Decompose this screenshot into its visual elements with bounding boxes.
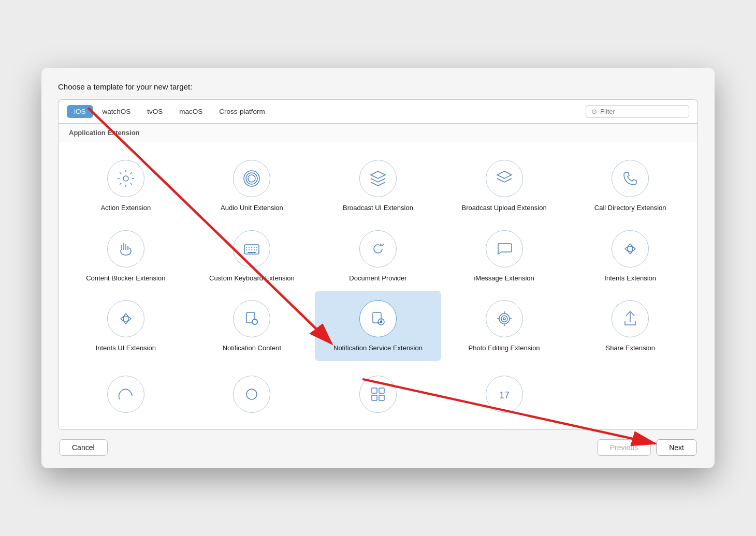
intents-extension-label: Intents Extension bbox=[604, 274, 656, 283]
svg-text:17: 17 bbox=[499, 390, 510, 400]
svg-point-22 bbox=[499, 314, 510, 324]
svg-point-24 bbox=[503, 318, 505, 320]
broadcast-ui-extension-label: Broadcast UI Extension bbox=[343, 203, 413, 213]
content-area: Application Extension Action Extension bbox=[58, 123, 698, 430]
filter-container: ⊙ bbox=[586, 105, 689, 118]
grid-item-custom-keyboard-extension[interactable]: Custom Keyboard Extension bbox=[189, 221, 315, 291]
section-header: Application Extension bbox=[59, 124, 697, 142]
next-button[interactable]: Next bbox=[656, 439, 697, 456]
svg-point-1 bbox=[248, 175, 255, 182]
keyboard-icon bbox=[242, 240, 261, 258]
broadcast-upload-extension-label: Broadcast Upload Extension bbox=[462, 203, 547, 213]
partial-icon-4: 17 bbox=[486, 376, 523, 413]
partial-icon-2 bbox=[233, 376, 270, 413]
call-directory-icon-circle bbox=[612, 160, 649, 197]
document-provider-label: Document Provider bbox=[349, 274, 406, 283]
imessage-icon-circle bbox=[486, 230, 523, 267]
grid-item-call-directory-extension[interactable]: Call Directory Extension bbox=[567, 151, 693, 221]
grid-item-share-extension[interactable]: Share Extension bbox=[567, 291, 693, 361]
cancel-button[interactable]: Cancel bbox=[59, 439, 108, 456]
audio-unit-extension-label: Audio Unit Extension bbox=[221, 203, 283, 213]
grid-item-broadcast-ui-extension[interactable]: Broadcast UI Extension bbox=[315, 151, 441, 221]
photo-editing-extension-label: Photo Editing Extension bbox=[469, 344, 540, 353]
grid-item-imessage-extension[interactable]: iMessage Extension bbox=[441, 221, 568, 291]
custom-keyboard-icon-circle bbox=[233, 230, 270, 267]
notification-service-extension-label: Notification Service Extension bbox=[333, 344, 423, 353]
partial-arc-icon bbox=[117, 385, 135, 404]
hand-icon bbox=[117, 240, 135, 258]
bottom-bar: Cancel Previous Next bbox=[58, 439, 698, 456]
svg-rect-33 bbox=[379, 395, 384, 400]
tab-bar: iOS watchOS tvOS macOS Cross-platform ⊙ bbox=[58, 99, 698, 123]
broadcast-upload-icon-circle bbox=[486, 160, 523, 197]
grid-item-audio-unit-extension[interactable]: Audio Unit Extension bbox=[189, 151, 315, 221]
partial-icon-1 bbox=[107, 376, 144, 413]
partial-grid-icon bbox=[369, 385, 387, 404]
notif-content-icon bbox=[242, 309, 261, 328]
notification-content-label: Notification Content bbox=[223, 344, 281, 353]
grid-item-intents-extension[interactable]: Intents Extension bbox=[567, 221, 693, 291]
photo-editing-icon-circle bbox=[486, 300, 523, 337]
intents-icon bbox=[621, 240, 639, 258]
extensions-grid: Action Extension Audio Unit Extension bbox=[59, 142, 697, 369]
partial-items-row: 17 bbox=[59, 369, 697, 429]
custom-keyboard-extension-label: Custom Keyboard Extension bbox=[209, 274, 295, 283]
grid-item-notification-content[interactable]: Notification Content bbox=[189, 291, 315, 361]
tab-ios[interactable]: iOS bbox=[67, 105, 93, 118]
partial-icon-3 bbox=[359, 376, 397, 413]
notification-service-icon-circle bbox=[359, 300, 397, 337]
content-blocker-icon-circle bbox=[107, 230, 144, 267]
grid-item-content-blocker-extension[interactable]: Content Blocker Extension bbox=[63, 221, 189, 291]
broadcast-ui-icon-circle bbox=[359, 160, 397, 197]
notification-content-icon-circle bbox=[233, 300, 270, 337]
grid-item-document-provider[interactable]: Document Provider bbox=[315, 221, 441, 291]
intents-ui-icon-circle bbox=[107, 300, 144, 337]
svg-point-29 bbox=[246, 389, 257, 399]
photo-edit-icon bbox=[495, 309, 514, 328]
intents-ui-extension-label: Intents UI Extension bbox=[96, 344, 156, 353]
share-extension-label: Share Extension bbox=[605, 344, 655, 353]
filter-icon: ⊙ bbox=[591, 108, 597, 115]
partial-item-1[interactable] bbox=[63, 369, 189, 425]
tab-crossplatform[interactable]: Cross-platform bbox=[212, 105, 272, 118]
grid-item-intents-ui-extension[interactable]: Intents UI Extension bbox=[63, 291, 189, 361]
intents-icon-circle bbox=[612, 230, 649, 267]
waves-icon bbox=[242, 169, 261, 188]
grid-item-broadcast-upload-extension[interactable]: Broadcast Upload Extension bbox=[441, 151, 568, 221]
share-extension-icon-circle bbox=[612, 300, 649, 337]
dialog-title: Choose a template for your new target: bbox=[58, 82, 698, 91]
layers2-icon bbox=[495, 169, 514, 188]
svg-rect-31 bbox=[379, 388, 384, 393]
button-group-right: Previous Next bbox=[597, 439, 697, 456]
partial-item-3[interactable] bbox=[315, 369, 441, 425]
refresh-icon bbox=[369, 240, 387, 258]
audio-unit-icon-circle bbox=[233, 160, 270, 197]
intents-ui-icon bbox=[117, 309, 135, 328]
grid-item-action-extension[interactable]: Action Extension bbox=[63, 151, 189, 221]
share-icon bbox=[621, 309, 639, 328]
imessage-extension-label: iMessage Extension bbox=[474, 274, 534, 283]
svg-point-0 bbox=[123, 176, 128, 181]
partial-item-4[interactable]: 17 bbox=[441, 369, 568, 425]
call-directory-extension-label: Call Directory Extension bbox=[594, 203, 666, 213]
action-extension-label: Action Extension bbox=[100, 203, 151, 213]
template-dialog: Choose a template for your new target: i… bbox=[41, 68, 715, 468]
tab-tvos[interactable]: tvOS bbox=[140, 105, 170, 118]
filter-input[interactable] bbox=[600, 108, 673, 115]
svg-point-23 bbox=[501, 316, 507, 322]
previous-button[interactable]: Previous bbox=[597, 439, 651, 456]
partial-num-icon: 17 bbox=[495, 385, 514, 404]
grid-item-photo-editing-extension[interactable]: Photo Editing Extension bbox=[441, 291, 568, 361]
tab-macos[interactable]: macOS bbox=[172, 105, 210, 118]
chat-icon bbox=[495, 240, 514, 258]
tab-watchos[interactable]: watchOS bbox=[95, 105, 138, 118]
tab-bar-inner: iOS watchOS tvOS macOS Cross-platform bbox=[67, 105, 586, 118]
svg-point-21 bbox=[380, 321, 382, 323]
partial-item-2[interactable] bbox=[189, 369, 315, 425]
document-provider-icon-circle bbox=[359, 230, 397, 267]
grid-item-notification-service-extension[interactable]: Notification Service Extension bbox=[315, 291, 441, 361]
phone-icon bbox=[621, 169, 639, 188]
svg-rect-30 bbox=[372, 388, 377, 393]
svg-point-18 bbox=[253, 320, 257, 324]
layers-icon bbox=[369, 169, 387, 188]
